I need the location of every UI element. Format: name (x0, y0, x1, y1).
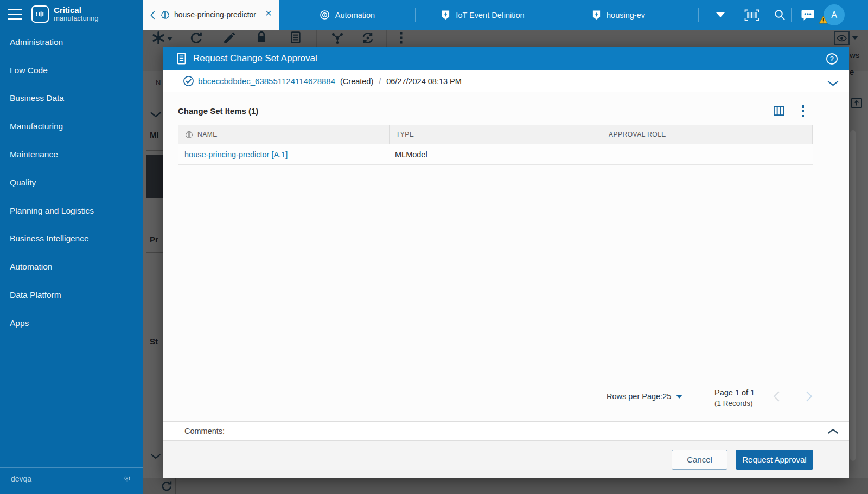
topbar-separator (791, 8, 792, 22)
scrollbar-thumb[interactable] (850, 130, 856, 461)
column-label: APPROVAL ROLE (609, 131, 666, 138)
change-set-document-icon (176, 53, 187, 65)
critical-manufacturing-logo-icon (31, 5, 49, 23)
change-set-name-link[interactable]: bbceccbdbdec_638551124114628884 (198, 76, 335, 86)
records-label: (1 Records) (714, 399, 755, 408)
iot-bolt-pin-icon (592, 10, 601, 21)
sidebar-item-data-platform[interactable]: Data Platform (0, 281, 143, 309)
tab-label: Automation (335, 11, 375, 20)
warning-badge-icon (819, 16, 828, 26)
separator: / (379, 77, 381, 86)
sidebar-item-low-code[interactable]: Low Code (0, 56, 143, 85)
item-type: MLModel (395, 150, 427, 159)
tab-automation[interactable]: Automation (279, 0, 415, 30)
tab-housing-ev[interactable]: housing-ev (551, 0, 686, 30)
tabs-overflow-caret-icon[interactable] (716, 0, 725, 30)
request-approval-button[interactable]: Request Approval (736, 450, 813, 470)
comments-label: Comments: (184, 427, 225, 435)
tab-label: housing-ev (607, 11, 645, 20)
svg-text:?: ? (830, 55, 834, 63)
sidebar-item-apps[interactable]: Apps (0, 309, 143, 337)
comments-bar[interactable]: Comments: (163, 421, 849, 441)
rows-per-page-caret-icon (676, 395, 682, 399)
dialog-title: Request Change Set Approval (193, 53, 317, 64)
dialog-header: Request Change Set Approval ? (163, 47, 849, 70)
change-set-timestamp: 06/27/2024 08:13 PM (386, 77, 462, 86)
rows-per-page-value: 25 (662, 392, 671, 401)
connection-antenna-icon (123, 474, 132, 483)
tab-separator (698, 8, 699, 22)
tab-label: IoT Event Definition (456, 11, 524, 20)
rows-per-page-label: Rows per Page: (607, 392, 662, 401)
ml-model-brain-icon (161, 10, 170, 20)
check-circle-icon (183, 75, 194, 87)
change-set-version-row: bbceccbdbdec_638551124114628884 (Created… (163, 70, 849, 92)
sidebar-item-automation[interactable]: Automation (0, 253, 143, 281)
sidebar-item-business-data[interactable]: Business Data (0, 85, 143, 113)
request-change-set-approval-dialog: Request Change Set Approval ? bbceccbdbd… (163, 47, 849, 478)
manage-columns-icon[interactable] (773, 106, 784, 118)
search-icon[interactable] (774, 0, 786, 30)
dialog-body: Change Set Items (1) NAME TYPE APPROVAL … (163, 92, 849, 421)
sidebar-item-maintenance[interactable]: Maintenance (0, 140, 143, 169)
next-page-chevron-icon[interactable] (806, 390, 813, 405)
column-label: TYPE (396, 131, 414, 138)
brand-logo[interactable]: Critical manufacturing (31, 5, 98, 23)
topbar: house-princing-predictor × Automation Io… (143, 0, 868, 30)
tab-close-icon[interactable]: × (265, 7, 272, 18)
page-info: Page 1 of 1 (1 Records) (714, 388, 755, 408)
column-header-name[interactable]: NAME (178, 125, 389, 144)
expand-comments-chevron-icon[interactable] (827, 427, 839, 436)
topbar-separator (737, 8, 737, 22)
dialog-footer: Cancel Request Approval (163, 441, 849, 478)
iot-bolt-pin-icon (441, 10, 450, 21)
previous-page-chevron-icon[interactable] (773, 390, 780, 405)
sidebar-item-planning-and-logistics[interactable]: Planning and Logistics (0, 197, 143, 225)
item-name-link[interactable]: house-princing-predictor [A.1] (184, 150, 288, 159)
chat-feedback-icon[interactable] (801, 0, 815, 30)
tab-label: house-princing-predictor (174, 10, 260, 20)
tab-back-chevron-icon[interactable] (150, 11, 155, 20)
brand-line1: Critical (54, 6, 98, 15)
sidebar-item-quality[interactable]: Quality (0, 169, 143, 197)
automation-target-icon (320, 10, 330, 20)
rows-per-page-select[interactable]: Rows per Page:25 (607, 392, 682, 401)
hamburger-menu-icon[interactable] (8, 9, 22, 20)
tab-iot-event-definition[interactable]: IoT Event Definition (415, 0, 551, 30)
column-header-approval-role[interactable]: APPROVAL ROLE (602, 125, 812, 144)
environment-name: devqa (11, 474, 31, 483)
sidebar-nav: Administration Low Code Business Data Ma… (0, 28, 143, 337)
table-header-row: NAME TYPE APPROVAL ROLE (178, 125, 813, 144)
sidebar-item-manufacturing[interactable]: Manufacturing (0, 112, 143, 140)
ml-model-brain-icon (185, 131, 193, 139)
change-set-items-title: Change Set Items (1) (178, 106, 258, 116)
avatar-initial: A (831, 10, 837, 20)
tab-house-princing-predictor[interactable]: house-princing-predictor × (143, 0, 279, 30)
cancel-button[interactable]: Cancel (672, 450, 727, 470)
app-screen: N MI Pr St ws e (0, 0, 868, 494)
change-set-state: (Created) (340, 77, 373, 86)
table-menu-kebab-icon[interactable] (799, 105, 807, 117)
help-icon[interactable]: ? (826, 53, 838, 67)
table-row[interactable]: house-princing-predictor [A.1] MLModel (178, 144, 813, 165)
sidebar-item-business-intelligence[interactable]: Business Intelligence (0, 225, 143, 253)
column-header-type[interactable]: TYPE (389, 125, 602, 144)
brand-name: Critical manufacturing (54, 6, 98, 22)
change-set-items-table: NAME TYPE APPROVAL ROLE house-princing-p… (178, 125, 813, 165)
collapse-version-chevron-icon[interactable] (827, 79, 839, 88)
sidebar: Critical manufacturing Administration Lo… (0, 0, 143, 494)
brand-line2: manufacturing (54, 15, 98, 22)
environment-row: devqa (0, 467, 143, 489)
page-label: Page 1 of 1 (714, 388, 755, 399)
column-label: NAME (197, 131, 218, 138)
sidebar-item-administration[interactable]: Administration (0, 28, 143, 56)
barcode-scan-icon[interactable] (744, 0, 760, 30)
